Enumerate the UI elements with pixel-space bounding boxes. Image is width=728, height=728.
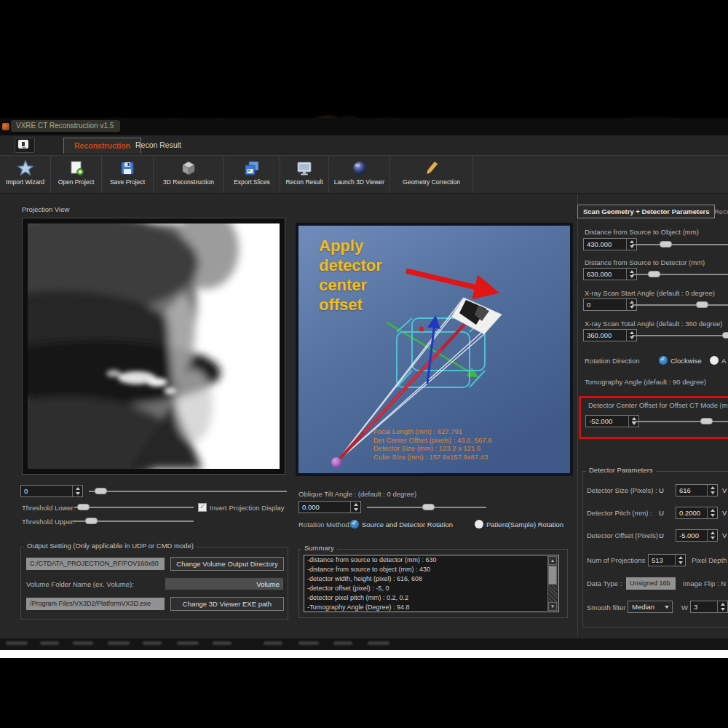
spinner-arrows-icon[interactable]	[350, 502, 360, 513]
tab-scan-geometry[interactable]: Scan Geometry + Detector Parameters	[577, 205, 715, 218]
geometry-correction-button[interactable]: Geometry Correction	[390, 156, 473, 193]
data-type-value[interactable]: Unsigned 16b	[626, 577, 676, 590]
scene-info-line: Cube Size (mm) : 157.9x157.9x87.43	[373, 453, 491, 462]
quick-access-button[interactable]	[15, 138, 35, 153]
slider-thumb[interactable]	[660, 241, 672, 248]
slider-thumb[interactable]	[700, 418, 713, 424]
num-projections-spinner[interactable]: 513	[648, 554, 686, 566]
spinner-arrows-icon[interactable]	[717, 601, 727, 612]
spinner-arrows-icon[interactable]	[72, 486, 82, 496]
open-project-button[interactable]: Open Project	[51, 156, 102, 193]
detector-parameters-title: Detector Parameters	[586, 466, 656, 474]
dsd-slider[interactable]	[632, 269, 728, 280]
detector-center-offset-spinner[interactable]: -52.000	[585, 415, 639, 427]
threshold-upper-slider[interactable]	[73, 515, 194, 526]
summary-listbox[interactable]: -distance from source to detector (mm) :…	[304, 555, 559, 612]
source-detector-rotation-radio[interactable]	[350, 520, 359, 529]
taskbar-item	[213, 641, 232, 645]
scroll-down-icon[interactable]: ▼	[548, 602, 557, 611]
detector-center-offset-slider[interactable]	[632, 416, 728, 427]
export-slices-button[interactable]: Export Slices	[224, 156, 280, 193]
invert-projection-label: Invert Projection Display	[210, 504, 284, 512]
slider-thumb[interactable]	[95, 488, 107, 494]
slider-thumb[interactable]	[648, 271, 660, 277]
anticlockwise-radio[interactable]	[710, 356, 719, 365]
clockwise-radio[interactable]	[659, 356, 668, 365]
slider-thumb[interactable]	[85, 518, 98, 524]
volume-folder-name-input[interactable]: Volume	[165, 577, 284, 590]
viewer-exe-path[interactable]: /Program Files/VX3D2/PlatformVX3D.exe	[26, 598, 165, 610]
w-spinner[interactable]: 3	[690, 601, 728, 613]
w-label: W	[681, 604, 688, 612]
tab-recon-params[interactable]: Recon	[709, 205, 728, 218]
taskbar-item	[6, 641, 28, 645]
summary-scrollbar[interactable]: ▲ ▼	[547, 556, 558, 611]
detector-size-u-spinner[interactable]: 616	[676, 484, 718, 496]
frame-index-slider[interactable]	[89, 486, 287, 496]
chevron-down-icon[interactable]	[22, 147, 26, 149]
slider-thumb[interactable]	[696, 301, 708, 308]
import-wizard-button[interactable]: Import Wizard	[0, 156, 51, 193]
scan-start-angle-spinner[interactable]: 0	[583, 298, 637, 311]
volume-output-directory-path[interactable]: C:/CTDATA_PROJECTION_RF/FOV160x80	[26, 558, 165, 570]
tomography-angle-label: Tomography Angle (default : 90 degree)	[585, 378, 706, 386]
spinner-arrows-icon[interactable]	[707, 530, 717, 541]
projection-image-frame[interactable]	[22, 218, 285, 475]
slider-thumb[interactable]	[422, 504, 435, 510]
scrollbar-thumb[interactable]	[548, 566, 557, 585]
summary-line: -detector width, height (pixel) : 616, 6…	[304, 574, 558, 584]
frame-index-spinner[interactable]: 0	[20, 485, 83, 497]
scene-info-line: Focal Length (mm) : 627.791	[373, 427, 491, 436]
u-axis-label: U	[659, 486, 664, 494]
spinner-arrows-icon[interactable]	[707, 485, 717, 496]
save-project-button[interactable]: Save Project	[102, 156, 154, 193]
image-flip-label: Image Flip : N	[683, 579, 726, 587]
toolbar-button-label: Export Slices	[234, 178, 270, 186]
oblique-tilt-slider[interactable]	[367, 502, 486, 513]
cube-icon	[180, 158, 197, 178]
scan-total-angle-spinner[interactable]: 360.000	[583, 329, 637, 341]
slider-thumb[interactable]	[722, 332, 728, 339]
geometry-3d-viewer[interactable]: Apply detector center offset Focal Lengt…	[296, 223, 573, 476]
toolbar-button-label: Recon Result	[285, 178, 323, 186]
star-wizard-icon	[17, 158, 34, 178]
scan-total-angle-slider[interactable]	[632, 330, 728, 341]
launch-3d-viewer-button[interactable]: Launch 3D Viewer	[329, 156, 390, 193]
u-axis-label: U	[659, 509, 664, 517]
slider-track	[632, 335, 728, 336]
dso-spinner[interactable]: 430.000	[583, 238, 637, 250]
projection-view-title: Projection View	[22, 205, 69, 213]
tab-strip: Reconstruction Recon Result	[0, 135, 728, 156]
recon-result-button[interactable]: Recon Result	[280, 156, 329, 193]
detector-offset-u-spinner[interactable]: -5.000	[676, 529, 718, 542]
screenshot-root: VXRE CT Reconstruction v1.5 Reconstructi…	[0, 0, 728, 728]
scene-info-text: Focal Length (mm) : 627.791 Det Center O…	[373, 427, 491, 461]
w-value: 3	[691, 601, 717, 612]
oblique-tilt-spinner[interactable]: 0.000	[298, 501, 361, 513]
annotation-line: center	[319, 275, 382, 295]
summary-line: -distance from source to object (mm) : 4…	[304, 565, 558, 574]
change-3d-viewer-exe-button[interactable]: Change 3D Viewer EXE path	[170, 597, 284, 611]
threshold-lower-slider[interactable]	[74, 502, 194, 513]
toolbar-button-label: 3D Reconstruction	[163, 178, 214, 186]
spinner-arrows-icon[interactable]	[707, 507, 717, 518]
toolbar-button-label: Import Wizard	[6, 178, 44, 186]
dsd-label: Distance from Source to Detector (mm)	[585, 258, 705, 266]
summary-title: Summary	[301, 544, 337, 552]
smooth-filter-dropdown[interactable]: Median	[628, 601, 673, 613]
invert-projection-checkbox[interactable]	[198, 503, 207, 512]
slider-thumb[interactable]	[77, 504, 90, 510]
detector-pitch-u-spinner[interactable]: 0.2000	[676, 507, 718, 519]
change-volume-output-directory-button[interactable]: Change Volume Output Directory	[170, 557, 284, 571]
3d-reconstruction-button[interactable]: 3D Reconstruction	[154, 156, 224, 193]
tab-recon-result[interactable]: Recon Result	[125, 138, 191, 153]
patient-rotation-radio[interactable]	[475, 520, 483, 529]
detector-pitch-u-value: 0.2000	[676, 507, 707, 518]
dsd-spinner[interactable]: 630.000	[583, 268, 637, 280]
toolbar-spacer	[473, 156, 728, 193]
scroll-up-icon[interactable]: ▲	[548, 556, 557, 565]
v-axis-label: V	[722, 509, 727, 517]
scan-start-angle-slider[interactable]	[632, 299, 728, 310]
spinner-arrows-icon[interactable]	[675, 555, 685, 566]
dso-slider[interactable]	[632, 239, 728, 250]
